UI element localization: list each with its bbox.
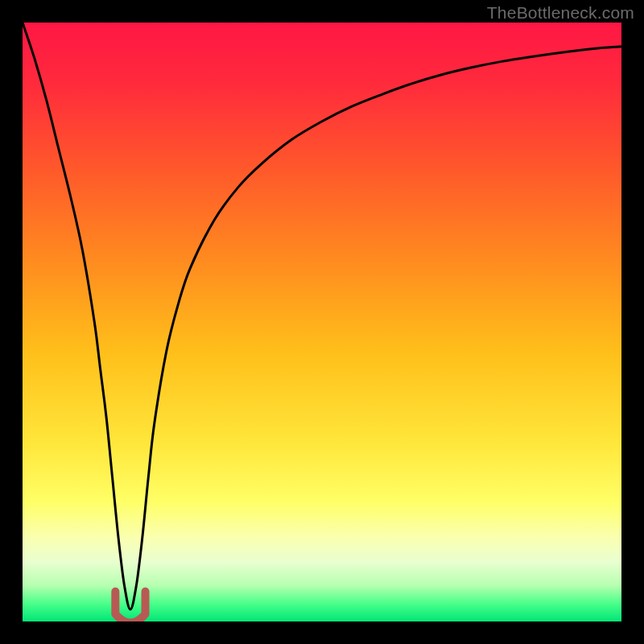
valley-marker-icon xyxy=(115,592,145,621)
chart-frame xyxy=(23,23,621,621)
watermark-text: TheBottleneck.com xyxy=(487,3,634,23)
bottleneck-curve xyxy=(23,23,621,621)
